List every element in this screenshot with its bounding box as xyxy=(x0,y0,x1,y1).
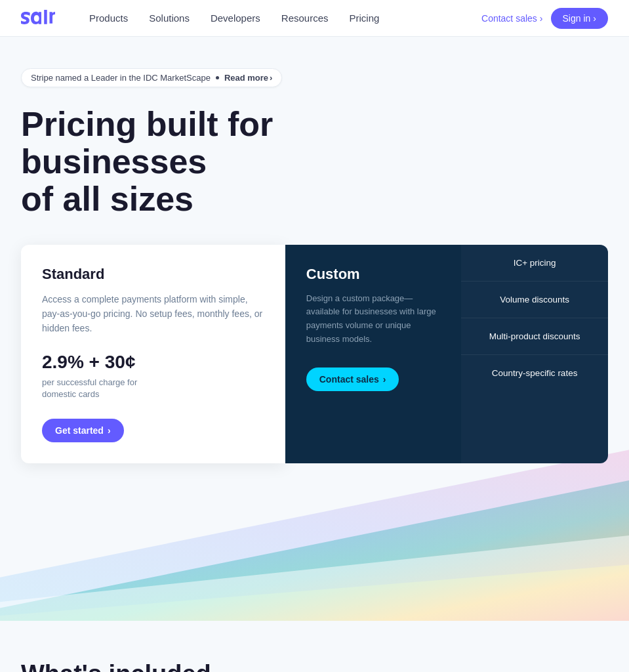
standard-card-desc: Access a complete payments platform with… xyxy=(42,292,264,336)
custom-card: Custom Design a custom package—available… xyxy=(285,245,462,464)
nav-links: Products Solutions Developers Resources … xyxy=(79,0,481,37)
nav-link-pricing[interactable]: Pricing xyxy=(339,0,390,37)
contact-sales-link[interactable]: Contact sales › xyxy=(481,13,543,24)
nav-link-solutions[interactable]: Solutions xyxy=(138,0,200,37)
custom-card-title: Custom xyxy=(306,266,441,283)
feature-multi-product[interactable]: Multi-product discounts xyxy=(461,318,608,355)
hero-title: Pricing built for businesses of all size… xyxy=(21,106,388,219)
navbar: Products Solutions Developers Resources … xyxy=(0,0,629,37)
nav-link-products[interactable]: Products xyxy=(79,0,138,37)
announcement-bar[interactable]: Stripe named a Leader in the IDC MarketS… xyxy=(21,68,282,87)
hero-section: Stripe named a Leader in the IDC MarketS… xyxy=(0,37,629,219)
separator-dot xyxy=(216,76,219,79)
nav-actions: Contact sales › Sign in › xyxy=(481,8,608,29)
nav-logo[interactable] xyxy=(21,10,55,27)
feature-volume-discounts[interactable]: Volume discounts xyxy=(461,282,608,318)
sign-in-button[interactable]: Sign in › xyxy=(551,8,608,29)
standard-card-title: Standard xyxy=(42,266,264,283)
included-section: What's included Get 100+ features out of… xyxy=(0,621,629,672)
pricing-rate: 2.9% + 30¢ xyxy=(42,352,264,373)
pricing-cards: Standard Access a complete payments plat… xyxy=(21,245,608,464)
pricing-section: Standard Access a complete payments plat… xyxy=(0,245,629,464)
read-more-link[interactable]: Read more › xyxy=(224,73,273,83)
nav-link-developers[interactable]: Developers xyxy=(200,0,271,37)
included-title: What's included xyxy=(21,660,608,672)
pricing-rate-sub: per successful charge fordomestic cards xyxy=(42,377,264,400)
feature-ic-plus[interactable]: IC+ pricing xyxy=(461,245,608,282)
get-started-button[interactable]: Get started › xyxy=(42,419,124,442)
custom-card-desc: Design a custom package—available for bu… xyxy=(306,292,441,346)
features-list: IC+ pricing Volume discounts Multi-produ… xyxy=(461,245,608,464)
announcement-text: Stripe named a Leader in the IDC MarketS… xyxy=(31,73,211,83)
nav-link-resources[interactable]: Resources xyxy=(271,0,339,37)
standard-card: Standard Access a complete payments plat… xyxy=(21,245,285,464)
feature-country-rates[interactable]: Country-specific rates xyxy=(461,355,608,392)
contact-sales-button[interactable]: Contact sales › xyxy=(306,368,399,391)
